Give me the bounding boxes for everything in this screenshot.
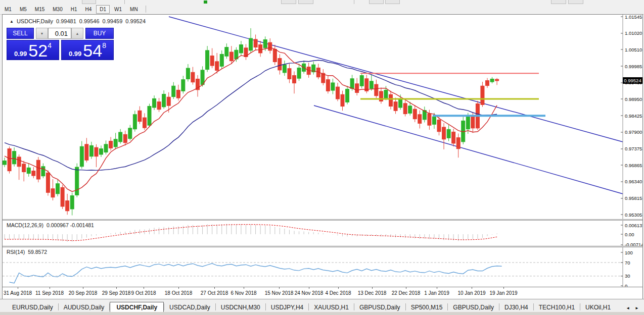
tab-eurusd-daily[interactable]: EURUSD,Daily xyxy=(7,302,58,312)
time-axis[interactable]: 31 Aug 201811 Sep 201820 Sep 201829 Sep … xyxy=(3,287,642,299)
time-axis-tick xyxy=(372,287,373,289)
time-axis-tick xyxy=(144,287,144,289)
time-axis-tick xyxy=(503,287,504,289)
time-axis-tick xyxy=(116,287,117,289)
svg-text:1.01545: 1.01545 xyxy=(625,15,642,20)
time-axis-tick xyxy=(244,287,244,289)
buy-button[interactable]: BUY xyxy=(85,28,114,39)
timeframe-button-M15[interactable]: M15 xyxy=(31,5,48,14)
clipped-green-icon xyxy=(204,1,207,4)
chart-title: USDCHF,Daily xyxy=(17,18,53,24)
toolbar-separator xyxy=(354,0,354,4)
time-axis-tick xyxy=(178,287,179,289)
tab-audusd-daily[interactable]: AUDUSD,Daily xyxy=(59,302,110,312)
toolbar-separator xyxy=(124,0,125,4)
time-axis-label: 22 Dec 2018 xyxy=(392,290,421,296)
time-axis-label: 11 Sep 2018 xyxy=(35,290,64,296)
time-axis-label: 19 Jan 2019 xyxy=(489,290,517,296)
time-axis-label: 27 Oct 2018 xyxy=(201,290,228,296)
scroll-left-icon[interactable]: ◄ xyxy=(626,306,630,310)
sell-button[interactable]: SELL xyxy=(7,28,34,39)
time-axis-tick xyxy=(83,287,83,289)
svg-text:-0.007142: -0.007142 xyxy=(625,242,642,246)
time-axis-label: 29 Sep 2018 xyxy=(102,290,131,296)
time-axis-label: 20 Sep 2018 xyxy=(69,290,98,296)
time-axis-label: 18 Oct 2018 xyxy=(165,290,192,296)
clipped-toolbar-button xyxy=(281,0,296,4)
timeframe-button-MN[interactable]: MN xyxy=(126,5,142,14)
rsi-label: RSI(14) xyxy=(7,249,25,255)
volume-increase-button[interactable]: ▲ xyxy=(71,28,83,39)
time-axis-tick xyxy=(50,287,50,289)
timeframe-button-H4[interactable]: H4 xyxy=(82,5,96,14)
scroll-right-icon[interactable]: ► xyxy=(635,306,639,310)
tab-usdjpy-h4[interactable]: USDJPY,H4 xyxy=(266,302,308,312)
volume-decrease-button[interactable]: ▼ xyxy=(36,28,48,39)
sell-price-button[interactable]: 0.99 52 4 xyxy=(7,40,59,60)
tab-sp500-m15[interactable]: SP500,M15 xyxy=(406,302,448,312)
tab-gbpusd-daily[interactable]: GBPUSD,Daily xyxy=(354,302,405,312)
rsi-value: 59.8572 xyxy=(28,249,47,255)
tab-ukoil-h1[interactable]: UKOil,H1 xyxy=(580,302,616,312)
time-axis-tick xyxy=(214,287,215,289)
svg-text:1.00510: 1.00510 xyxy=(625,47,642,52)
macd-values: 0.000967 -0.001481 xyxy=(47,222,94,228)
macd-header: MACD(12,26,9) 0.000967 -0.001481 xyxy=(7,222,94,228)
volume-input[interactable] xyxy=(48,28,71,39)
ohlc-open: 0.99481 xyxy=(56,18,76,24)
time-axis-label: 31 Aug 2018 xyxy=(4,290,32,296)
clipped-toolbar-button xyxy=(385,0,400,4)
svg-text:0.97375: 0.97375 xyxy=(625,146,642,151)
tab-dj30-h4[interactable]: DJ30,H4 xyxy=(499,302,533,312)
svg-text:100: 100 xyxy=(625,250,633,255)
timeframe-button-D1[interactable]: D1 xyxy=(96,5,110,14)
time-axis-tick xyxy=(472,287,472,289)
time-axis-tick xyxy=(406,287,406,289)
timeframe-button-M5[interactable]: M5 xyxy=(16,5,30,14)
ohlc-close: 0.99524 xyxy=(125,18,146,24)
time-axis-label: 1 Jan 2019 xyxy=(424,290,449,296)
rsi-header: RSI(14) 59.8572 xyxy=(7,249,47,255)
tab-xauusd-h1[interactable]: XAUUSD,H1 xyxy=(309,302,354,312)
tab-gbpusd-daily[interactable]: GBPUSD,Daily xyxy=(448,302,499,312)
timeframe-toolbar: M1M5M15M30H1H4D1W1MN xyxy=(0,4,644,15)
tab-usdcnh-m30[interactable]: USDCNH,M30 xyxy=(216,302,265,312)
tab-tech100-h1[interactable]: TECH100,H1 xyxy=(534,302,580,312)
svg-text:0.96865: 0.96865 xyxy=(625,163,642,168)
svg-text:0.006137: 0.006137 xyxy=(625,223,642,228)
timeframe-button-M30[interactable]: M30 xyxy=(49,5,66,14)
svg-text:30: 30 xyxy=(625,273,630,279)
rsi-panel[interactable]: 10070300 xyxy=(3,247,642,287)
ohlc-low: 0.99459 xyxy=(103,18,123,24)
time-axis-label: 13 Dec 2018 xyxy=(358,290,387,296)
svg-text:0.98950: 0.98950 xyxy=(625,96,642,102)
current-price-tag: 0.99524 xyxy=(623,77,642,84)
time-axis-label: 4 Dec 2018 xyxy=(325,290,351,296)
time-axis-tick xyxy=(338,287,339,289)
timeframe-button-M1[interactable]: M1 xyxy=(1,5,15,14)
svg-text:0: 0 xyxy=(625,283,627,287)
one-click-trading-panel: SELL ▼ ▲ BUY 0.99 52 4 0.99 54 8 xyxy=(7,28,116,60)
time-axis-tick xyxy=(279,287,280,289)
collapse-arrow-icon[interactable]: ▲ xyxy=(10,19,14,24)
time-axis-label: 15 Nov 2018 xyxy=(265,290,294,296)
toolbar-separator xyxy=(146,6,146,13)
trading-platform-window: M1M5M15M30H1H4D1W1MN 1.015451.010201.005… xyxy=(0,0,644,315)
clipped-toolbar-button xyxy=(369,0,384,4)
tab-usdchf-daily[interactable]: USDCHF,Daily xyxy=(110,302,164,312)
time-axis-label: 9 Oct 2018 xyxy=(131,290,156,296)
buy-price-big: 54 xyxy=(83,43,102,58)
time-axis-tick xyxy=(309,287,309,289)
clipped-toolbar-button xyxy=(568,0,583,4)
macd-panel[interactable]: 0.0061370.00-0.007142 xyxy=(3,221,642,246)
time-axis-label: 6 Nov 2018 xyxy=(231,290,256,296)
sell-price-prefix: 0.99 xyxy=(14,49,27,58)
time-axis-tick xyxy=(18,287,18,289)
time-axis-tick xyxy=(437,287,437,289)
tab-usdcad-daily[interactable]: USDCAD,Daily xyxy=(164,302,215,312)
timeframe-button-W1[interactable]: W1 xyxy=(111,5,125,14)
svg-text:0.95815: 0.95815 xyxy=(625,195,642,201)
buy-price-button[interactable]: 0.99 54 8 xyxy=(61,40,114,60)
timeframe-button-H1[interactable]: H1 xyxy=(67,5,81,14)
buy-price-prefix: 0.99 xyxy=(69,49,81,58)
